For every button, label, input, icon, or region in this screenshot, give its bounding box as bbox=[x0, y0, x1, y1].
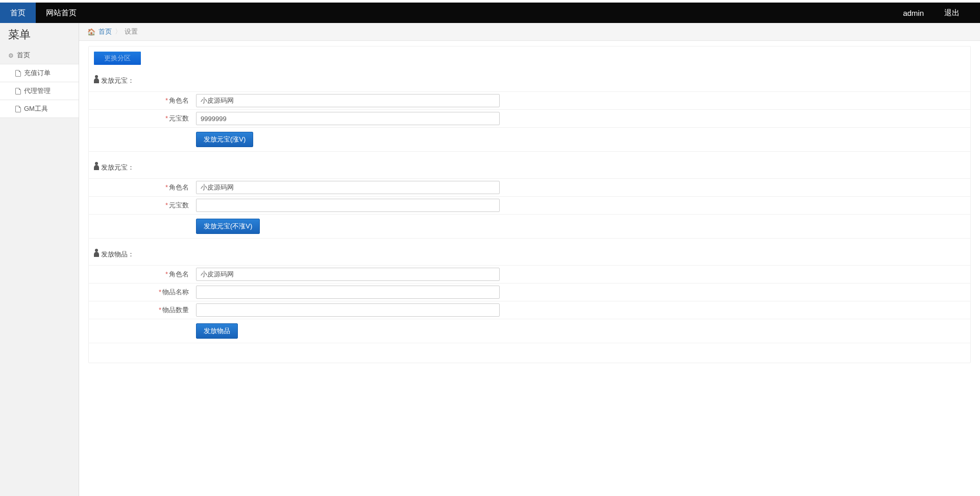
sidebar-title: 菜单 bbox=[0, 23, 79, 46]
amount-label: 元宝数 bbox=[169, 114, 189, 122]
submit-yuanbao-novip-button[interactable]: 发放元宝(不涨V) bbox=[196, 219, 260, 234]
sidebar-root[interactable]: 首页 bbox=[0, 46, 79, 64]
item-name-input[interactable] bbox=[196, 286, 500, 299]
item-qty-label: 物品数量 bbox=[162, 306, 189, 314]
section-yuanbao-vip: 发放元宝： *角色名 *元宝数 发放元宝(涨V) bbox=[89, 74, 970, 152]
topbar-site-home[interactable]: 网站首页 bbox=[36, 3, 87, 23]
amount-input-1[interactable] bbox=[196, 112, 500, 125]
section-title: 发放元宝： bbox=[89, 161, 970, 178]
user-icon bbox=[94, 78, 99, 83]
file-icon bbox=[15, 70, 21, 77]
submit-yuanbao-vip-button[interactable]: 发放元宝(涨V) bbox=[196, 132, 253, 147]
sidebar-item-label: 代理管理 bbox=[24, 86, 51, 96]
topbar-user[interactable]: admin bbox=[893, 3, 934, 23]
submit-item-button[interactable]: 发放物品 bbox=[196, 323, 238, 339]
sidebar-item-label: 充值订单 bbox=[24, 68, 51, 78]
breadcrumb-current: 设置 bbox=[125, 27, 138, 36]
section-yuanbao-novip: 发放元宝： *角色名 *元宝数 发放元宝(不涨V) bbox=[89, 161, 970, 239]
topbar-logout[interactable]: 退出 bbox=[934, 3, 970, 23]
role-input-3[interactable] bbox=[196, 268, 500, 281]
file-icon bbox=[15, 106, 21, 112]
role-label: 角色名 bbox=[169, 183, 189, 191]
section-title: 发放物品： bbox=[89, 248, 970, 265]
item-name-label: 物品名称 bbox=[162, 288, 189, 296]
home-icon bbox=[87, 28, 95, 36]
sidebar-root-label: 首页 bbox=[17, 51, 30, 60]
role-input-2[interactable] bbox=[196, 181, 500, 194]
topbar: 首页 网站首页 admin 退出 bbox=[0, 3, 980, 23]
role-label: 角色名 bbox=[169, 270, 189, 278]
file-icon bbox=[15, 88, 21, 95]
topbar-home[interactable]: 首页 bbox=[0, 3, 36, 23]
sidebar-item-label: GM工具 bbox=[24, 104, 48, 113]
sidebar: 菜单 首页 充值订单 代理管理 GM工具 bbox=[0, 23, 79, 496]
sidebar-item-agent[interactable]: 代理管理 bbox=[0, 82, 79, 100]
user-icon bbox=[94, 165, 99, 170]
role-label: 角色名 bbox=[169, 97, 189, 104]
sidebar-item-gm[interactable]: GM工具 bbox=[0, 100, 79, 118]
sidebar-item-recharge[interactable]: 充值订单 bbox=[0, 64, 79, 82]
item-qty-input[interactable] bbox=[196, 303, 500, 317]
breadcrumb-sep: 〉 bbox=[115, 27, 121, 36]
amount-input-2[interactable] bbox=[196, 199, 500, 212]
region-switch-button[interactable]: 更换分区 bbox=[94, 52, 141, 65]
user-icon bbox=[94, 252, 99, 257]
role-input-1[interactable] bbox=[196, 94, 500, 107]
section-item: 发放物品： *角色名 *物品名称 *物品数量 bbox=[89, 248, 970, 343]
breadcrumb: 首页 〉 设置 bbox=[79, 23, 980, 41]
section-title: 发放元宝： bbox=[89, 74, 970, 91]
breadcrumb-home[interactable]: 首页 bbox=[99, 27, 112, 36]
amount-label: 元宝数 bbox=[169, 201, 189, 209]
main: 首页 〉 设置 更换分区 发放元宝： *角色名 *元 bbox=[79, 23, 980, 496]
gear-icon bbox=[8, 52, 14, 59]
